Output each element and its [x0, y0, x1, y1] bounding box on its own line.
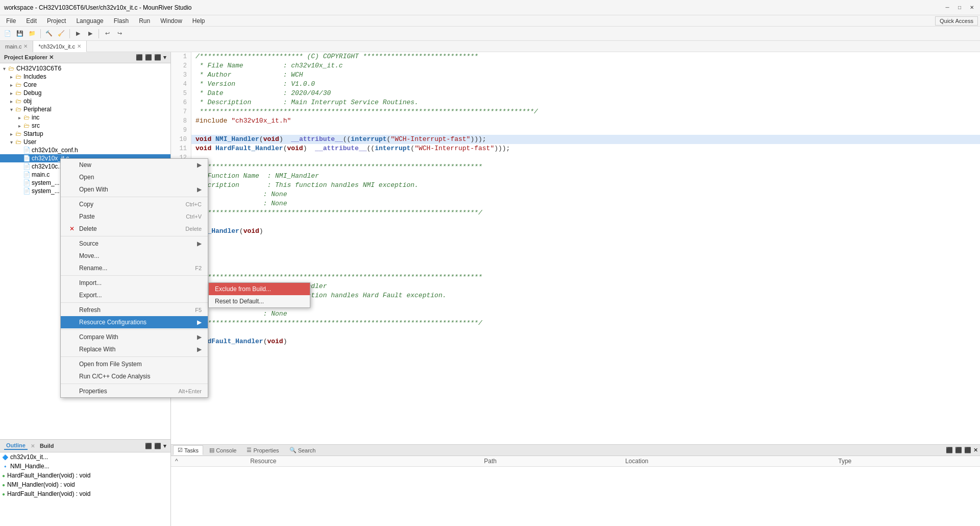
- menu-language[interactable]: Language: [72, 16, 107, 26]
- toolbar-undo[interactable]: ↩: [102, 28, 113, 39]
- sync-icon[interactable]: ⬛: [154, 54, 161, 61]
- code-line-13: 13 /************************************…: [171, 162, 980, 172]
- outline-tab-build[interactable]: Build: [38, 442, 56, 449]
- tree-item-root[interactable]: ▾ 🗁 CH32V103C6T6: [0, 64, 170, 73]
- cm-compare-with[interactable]: Compare With ▶: [61, 331, 208, 343]
- bottom-panel-icon2[interactable]: ⬛: [955, 447, 962, 453]
- filter-icon[interactable]: ⬛: [145, 54, 152, 61]
- toolbar-run[interactable]: ▶: [85, 28, 96, 39]
- bottom-panel-icon3[interactable]: ⬛: [964, 447, 971, 453]
- cm-resource-config[interactable]: Resource Configurations ▶: [61, 316, 208, 328]
- bottom-content: ^ Resource Path Location Type: [171, 456, 980, 526]
- cm-import[interactable]: Import...: [61, 277, 208, 289]
- cm-open[interactable]: Open: [61, 171, 208, 183]
- toolbar-build[interactable]: 🔨: [43, 28, 55, 39]
- toolbar-new[interactable]: 📄: [2, 28, 13, 39]
- toolbar-redo[interactable]: ↪: [114, 28, 125, 39]
- outline-header-icon1[interactable]: ⬛: [145, 443, 152, 449]
- code-line-9: 9: [171, 126, 980, 135]
- tree-arrow-system-c: ▸: [16, 180, 22, 186]
- bottom-tab-properties[interactable]: ☰ Properties: [242, 446, 283, 455]
- outline-item-nmi2[interactable]: ● NMI_Handler(void) : void: [0, 480, 170, 489]
- bottom-tab-console[interactable]: ▤ Console: [205, 446, 240, 455]
- menu-window[interactable]: Window: [156, 16, 186, 26]
- cm-copy[interactable]: Copy Ctrl+C: [61, 198, 208, 210]
- tree-item-src[interactable]: ▸ 🗁 src: [0, 122, 170, 130]
- menu-file[interactable]: File: [2, 16, 20, 26]
- cm-paste[interactable]: Paste Ctrl+V: [61, 210, 208, 223]
- tab-ch32v10x-it-c[interactable]: *ch32v10x_it.c ✕: [33, 41, 87, 52]
- bottom-tab-tasks[interactable]: ☑ Tasks: [173, 445, 203, 455]
- cm-delete[interactable]: ✕Delete Delete: [61, 223, 208, 235]
- cm-delete-icon: ✕: [67, 225, 77, 232]
- menu-project[interactable]: Project: [43, 16, 70, 26]
- menu-run[interactable]: Run: [135, 16, 154, 26]
- outline-header-icon3[interactable]: ▾: [163, 443, 166, 449]
- outline-item-nmi[interactable]: 🔹 NMI_Handle...: [0, 462, 170, 471]
- folder-icon-inc: 🗁: [22, 114, 31, 121]
- cm-replace-with[interactable]: Replace With ▶: [61, 343, 208, 355]
- toolbar-debug[interactable]: ▶: [72, 28, 84, 39]
- outline-dot-file: 🔷: [2, 455, 8, 460]
- tree-item-startup[interactable]: ▸ 🗁 Startup: [0, 130, 170, 138]
- cm-rename[interactable]: Rename... F2: [61, 262, 208, 274]
- tab-main-c[interactable]: main.c ✕: [0, 41, 33, 52]
- bottom-panel-icon1[interactable]: ⬛: [946, 447, 953, 453]
- cm-compare-with-arrow: ▶: [197, 333, 202, 341]
- code-line-1: 1 /************************** (C) COPYRI…: [171, 52, 980, 61]
- close-button[interactable]: ✕: [968, 4, 976, 12]
- tree-item-debug[interactable]: ▸ 🗁 Debug: [0, 89, 170, 97]
- tree-item-obj[interactable]: ▸ 🗁 obj: [0, 97, 170, 105]
- outline-item-hardfault2[interactable]: ● HardFault_Handler(void) : void: [0, 489, 170, 498]
- sm-reset-default[interactable]: Reset to Default...: [209, 295, 310, 307]
- toolbar-save-all[interactable]: 📁: [27, 28, 38, 39]
- outline-tab-outline[interactable]: Outline: [4, 442, 28, 450]
- sm-exclude-build[interactable]: Exclude from Build...: [209, 283, 310, 295]
- outline-item-hardfault[interactable]: ● HardFault_Handler(void) : void: [0, 471, 170, 480]
- bottom-panel-icon4[interactable]: ✕: [973, 447, 978, 453]
- bottom-tab-search[interactable]: 🔍 Search: [285, 446, 320, 455]
- minimize-button[interactable]: ─: [943, 4, 951, 12]
- outline-header-icon2[interactable]: ⬛: [154, 443, 161, 449]
- tab-main-c-close[interactable]: ✕: [23, 43, 28, 49]
- tree-arrow-main-c: ▸: [16, 172, 22, 178]
- cm-open-with[interactable]: Open With ▶: [61, 183, 208, 196]
- cm-move[interactable]: Move...: [61, 250, 208, 262]
- outline-item-file[interactable]: 🔷 ch32v10x_it...: [0, 452, 170, 462]
- tree-item-includes[interactable]: ▸ 🗁 Includes: [0, 73, 170, 81]
- tree-item-core[interactable]: ▸ 🗁 Core: [0, 81, 170, 89]
- menu-flash[interactable]: Flash: [110, 16, 133, 26]
- cm-export[interactable]: Export...: [61, 289, 208, 301]
- cm-refresh[interactable]: Refresh F5: [61, 304, 208, 316]
- tab-ch32v10x-it-c-close[interactable]: ✕: [77, 43, 81, 49]
- cm-run-analysis[interactable]: Run C/C++ Code Analysis: [61, 370, 208, 382]
- tree-item-conf-h[interactable]: ▸ 📄 ch32v10x_conf.h: [0, 146, 170, 154]
- tree-label-it-h: ch32v10c...: [32, 163, 63, 170]
- tree-item-user[interactable]: ▾ 🗁 User: [0, 138, 170, 146]
- tree-item-peripheral[interactable]: ▾ 🗁 Peripheral: [0, 105, 170, 113]
- outline-content: 🔷 ch32v10x_it... 🔹 NMI_Handle... ● HardF…: [0, 452, 170, 498]
- cm-sep5: [61, 329, 208, 330]
- cm-source[interactable]: Source ▶: [61, 237, 208, 250]
- tree-item-inc[interactable]: ▸ 🗁 inc: [0, 113, 170, 122]
- code-line-18: 18 *************************************…: [171, 208, 980, 218]
- tree-arrow-conf-h: ▸: [16, 148, 22, 153]
- collapse-icon[interactable]: ⬛: [136, 54, 143, 61]
- code-line-20: 20 NMI_Handler(void): [171, 227, 980, 236]
- menu-help[interactable]: Help: [188, 16, 209, 26]
- code-line-21: 21: [171, 236, 980, 245]
- tree-arrow-it-h: ▸: [16, 164, 22, 170]
- menu-edit[interactable]: Edit: [22, 16, 41, 26]
- col-icon: ^: [171, 456, 246, 467]
- cm-new[interactable]: New ▶: [61, 159, 208, 171]
- toolbar-clean[interactable]: 🧹: [56, 28, 67, 39]
- quick-access-button[interactable]: Quick Access: [935, 16, 978, 26]
- editor[interactable]: 1 /************************** (C) COPYRI…: [171, 52, 980, 444]
- cm-properties[interactable]: Properties Alt+Enter: [61, 385, 208, 397]
- toolbar-save[interactable]: 💾: [14, 28, 26, 39]
- menu-icon[interactable]: ▾: [163, 54, 166, 61]
- cm-open-from-fs[interactable]: Open from File System: [61, 358, 208, 370]
- tree-label-user: User: [23, 138, 36, 146]
- search-icon: 🔍: [289, 447, 297, 453]
- maximize-button[interactable]: □: [955, 4, 964, 12]
